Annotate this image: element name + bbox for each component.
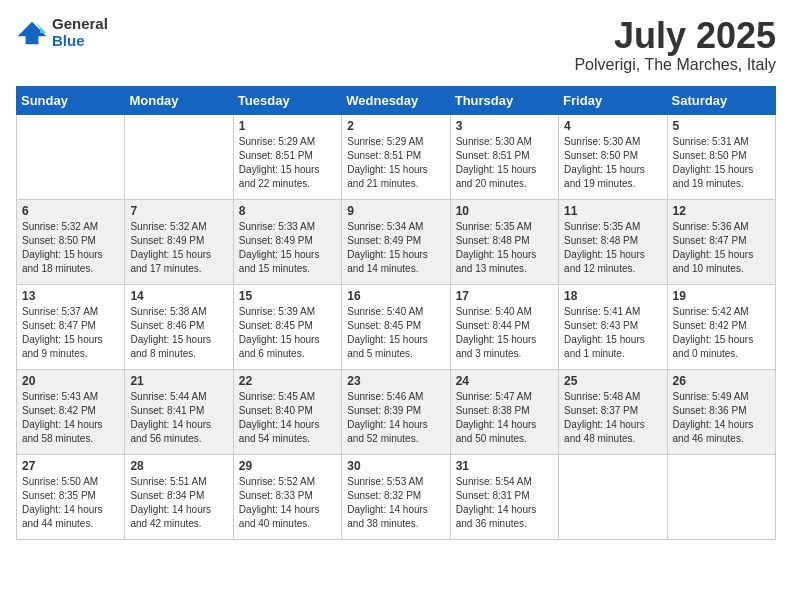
day-info: Sunrise: 5:53 AMSunset: 8:32 PMDaylight:… [347, 475, 444, 531]
table-row: 3Sunrise: 5:30 AMSunset: 8:51 PMDaylight… [450, 114, 558, 199]
day-info: Sunrise: 5:35 AMSunset: 8:48 PMDaylight:… [564, 220, 661, 276]
day-info: Sunrise: 5:40 AMSunset: 8:44 PMDaylight:… [456, 305, 553, 361]
day-number: 13 [22, 289, 119, 303]
day-info: Sunrise: 5:40 AMSunset: 8:45 PMDaylight:… [347, 305, 444, 361]
day-number: 11 [564, 204, 661, 218]
day-number: 6 [22, 204, 119, 218]
day-number: 5 [673, 119, 770, 133]
day-number: 18 [564, 289, 661, 303]
table-row: 16Sunrise: 5:40 AMSunset: 8:45 PMDayligh… [342, 284, 450, 369]
calendar-week-row: 13Sunrise: 5:37 AMSunset: 8:47 PMDayligh… [17, 284, 776, 369]
day-info: Sunrise: 5:47 AMSunset: 8:38 PMDaylight:… [456, 390, 553, 446]
day-info: Sunrise: 5:43 AMSunset: 8:42 PMDaylight:… [22, 390, 119, 446]
col-monday: Monday [125, 86, 233, 114]
day-number: 17 [456, 289, 553, 303]
calendar-header-row: Sunday Monday Tuesday Wednesday Thursday… [17, 86, 776, 114]
day-number: 24 [456, 374, 553, 388]
day-number: 22 [239, 374, 336, 388]
day-number: 28 [130, 459, 227, 473]
day-number: 25 [564, 374, 661, 388]
day-number: 26 [673, 374, 770, 388]
col-sunday: Sunday [17, 86, 125, 114]
month-title: July 2025 [574, 16, 776, 56]
day-number: 21 [130, 374, 227, 388]
table-row: 19Sunrise: 5:42 AMSunset: 8:42 PMDayligh… [667, 284, 775, 369]
col-saturday: Saturday [667, 86, 775, 114]
day-number: 4 [564, 119, 661, 133]
col-tuesday: Tuesday [233, 86, 341, 114]
calendar-week-row: 20Sunrise: 5:43 AMSunset: 8:42 PMDayligh… [17, 369, 776, 454]
day-info: Sunrise: 5:32 AMSunset: 8:49 PMDaylight:… [130, 220, 227, 276]
table-row: 28Sunrise: 5:51 AMSunset: 8:34 PMDayligh… [125, 454, 233, 539]
table-row: 22Sunrise: 5:45 AMSunset: 8:40 PMDayligh… [233, 369, 341, 454]
table-row: 18Sunrise: 5:41 AMSunset: 8:43 PMDayligh… [559, 284, 667, 369]
day-number: 10 [456, 204, 553, 218]
day-info: Sunrise: 5:35 AMSunset: 8:48 PMDaylight:… [456, 220, 553, 276]
table-row [17, 114, 125, 199]
day-number: 7 [130, 204, 227, 218]
day-info: Sunrise: 5:33 AMSunset: 8:49 PMDaylight:… [239, 220, 336, 276]
day-number: 20 [22, 374, 119, 388]
table-row: 17Sunrise: 5:40 AMSunset: 8:44 PMDayligh… [450, 284, 558, 369]
table-row [667, 454, 775, 539]
day-info: Sunrise: 5:37 AMSunset: 8:47 PMDaylight:… [22, 305, 119, 361]
table-row: 31Sunrise: 5:54 AMSunset: 8:31 PMDayligh… [450, 454, 558, 539]
day-number: 23 [347, 374, 444, 388]
day-number: 12 [673, 204, 770, 218]
table-row: 23Sunrise: 5:46 AMSunset: 8:39 PMDayligh… [342, 369, 450, 454]
day-info: Sunrise: 5:41 AMSunset: 8:43 PMDaylight:… [564, 305, 661, 361]
table-row: 1Sunrise: 5:29 AMSunset: 8:51 PMDaylight… [233, 114, 341, 199]
page-header: General Blue July 2025 Polverigi, The Ma… [16, 16, 776, 74]
table-row: 20Sunrise: 5:43 AMSunset: 8:42 PMDayligh… [17, 369, 125, 454]
table-row: 25Sunrise: 5:48 AMSunset: 8:37 PMDayligh… [559, 369, 667, 454]
day-info: Sunrise: 5:34 AMSunset: 8:49 PMDaylight:… [347, 220, 444, 276]
table-row: 24Sunrise: 5:47 AMSunset: 8:38 PMDayligh… [450, 369, 558, 454]
day-info: Sunrise: 5:42 AMSunset: 8:42 PMDaylight:… [673, 305, 770, 361]
day-info: Sunrise: 5:29 AMSunset: 8:51 PMDaylight:… [239, 135, 336, 191]
day-number: 3 [456, 119, 553, 133]
day-info: Sunrise: 5:30 AMSunset: 8:50 PMDaylight:… [564, 135, 661, 191]
title-block: July 2025 Polverigi, The Marches, Italy [574, 16, 776, 74]
table-row: 13Sunrise: 5:37 AMSunset: 8:47 PMDayligh… [17, 284, 125, 369]
day-number: 14 [130, 289, 227, 303]
table-row: 27Sunrise: 5:50 AMSunset: 8:35 PMDayligh… [17, 454, 125, 539]
table-row: 15Sunrise: 5:39 AMSunset: 8:45 PMDayligh… [233, 284, 341, 369]
day-number: 29 [239, 459, 336, 473]
table-row: 26Sunrise: 5:49 AMSunset: 8:36 PMDayligh… [667, 369, 775, 454]
day-info: Sunrise: 5:31 AMSunset: 8:50 PMDaylight:… [673, 135, 770, 191]
table-row: 21Sunrise: 5:44 AMSunset: 8:41 PMDayligh… [125, 369, 233, 454]
table-row: 14Sunrise: 5:38 AMSunset: 8:46 PMDayligh… [125, 284, 233, 369]
table-row: 5Sunrise: 5:31 AMSunset: 8:50 PMDaylight… [667, 114, 775, 199]
day-number: 16 [347, 289, 444, 303]
logo-general-text: General [52, 16, 108, 33]
day-number: 27 [22, 459, 119, 473]
day-number: 8 [239, 204, 336, 218]
day-number: 9 [347, 204, 444, 218]
day-info: Sunrise: 5:52 AMSunset: 8:33 PMDaylight:… [239, 475, 336, 531]
day-info: Sunrise: 5:45 AMSunset: 8:40 PMDaylight:… [239, 390, 336, 446]
day-info: Sunrise: 5:39 AMSunset: 8:45 PMDaylight:… [239, 305, 336, 361]
day-info: Sunrise: 5:44 AMSunset: 8:41 PMDaylight:… [130, 390, 227, 446]
calendar-week-row: 27Sunrise: 5:50 AMSunset: 8:35 PMDayligh… [17, 454, 776, 539]
day-info: Sunrise: 5:32 AMSunset: 8:50 PMDaylight:… [22, 220, 119, 276]
day-number: 31 [456, 459, 553, 473]
day-info: Sunrise: 5:38 AMSunset: 8:46 PMDaylight:… [130, 305, 227, 361]
day-info: Sunrise: 5:46 AMSunset: 8:39 PMDaylight:… [347, 390, 444, 446]
day-info: Sunrise: 5:30 AMSunset: 8:51 PMDaylight:… [456, 135, 553, 191]
calendar-week-row: 6Sunrise: 5:32 AMSunset: 8:50 PMDaylight… [17, 199, 776, 284]
day-number: 30 [347, 459, 444, 473]
col-thursday: Thursday [450, 86, 558, 114]
day-number: 1 [239, 119, 336, 133]
col-friday: Friday [559, 86, 667, 114]
table-row: 6Sunrise: 5:32 AMSunset: 8:50 PMDaylight… [17, 199, 125, 284]
table-row: 4Sunrise: 5:30 AMSunset: 8:50 PMDaylight… [559, 114, 667, 199]
calendar-week-row: 1Sunrise: 5:29 AMSunset: 8:51 PMDaylight… [17, 114, 776, 199]
table-row: 30Sunrise: 5:53 AMSunset: 8:32 PMDayligh… [342, 454, 450, 539]
col-wednesday: Wednesday [342, 86, 450, 114]
logo: General Blue [16, 16, 108, 49]
table-row [559, 454, 667, 539]
day-number: 2 [347, 119, 444, 133]
day-info: Sunrise: 5:36 AMSunset: 8:47 PMDaylight:… [673, 220, 770, 276]
day-info: Sunrise: 5:29 AMSunset: 8:51 PMDaylight:… [347, 135, 444, 191]
table-row [125, 114, 233, 199]
